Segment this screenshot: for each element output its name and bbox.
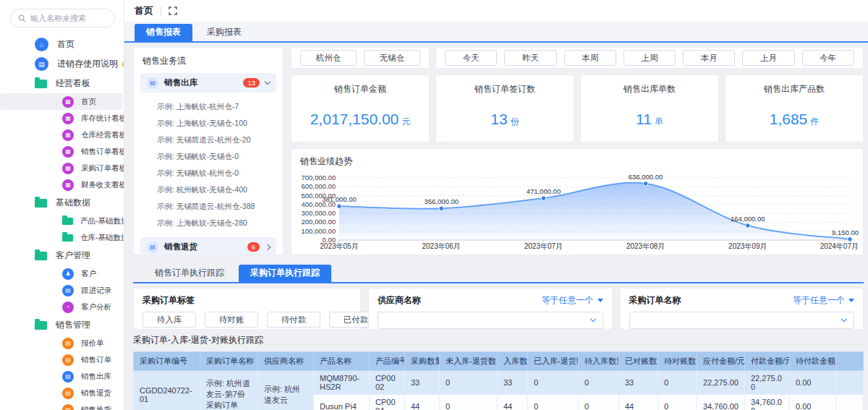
table-column-header: 入库数量 — [498, 352, 528, 371]
y-tick-label: 700,000.00 — [301, 174, 336, 181]
sidebar-item-label: 客户分析 — [81, 302, 111, 312]
supplier-operator-link[interactable]: 等于任意一个 — [542, 294, 603, 307]
report-right-column: 杭州仓无锡仓 今天昨天本周上周本月上月今年 销售订单金额 2,017,150.0… — [291, 47, 864, 255]
table-cell: Dusun Pi4 — [314, 395, 370, 410]
flow-section-sales-returns[interactable]: ▤ 销售退货 6 — [140, 237, 276, 255]
sidebar-item-warehouse-board[interactable]: ▦ 仓库经营看板 — [0, 127, 124, 143]
sidebar-item-home[interactable]: ⌂ 首页 — [0, 35, 124, 54]
report-row: 销售业务流 ▤ 销售出库 13 示例: 上海帆软-杭州仓-7 示例: 上海帆软-… — [133, 47, 864, 255]
search-input[interactable]: 输入名称来搜索 — [10, 9, 115, 27]
flow-item[interactable]: 示例: 上海帆软-无锡仓-280 — [157, 215, 277, 231]
flow-item[interactable]: 示例: 上海帆软-无锡仓-100 — [157, 115, 277, 132]
tab-purchase-report[interactable]: 采购报表 — [195, 24, 253, 41]
flow-item[interactable]: 示例: 无锡简道云-杭州仓-388 — [157, 198, 277, 215]
filter-button-row: 杭州仓无锡仓 今天昨天本周上周本月上月今年 — [291, 47, 864, 69]
sidebar-item-board-home[interactable]: ▦ 首页 — [0, 93, 122, 110]
sidebar-item-label: 客户管理 — [56, 249, 90, 262]
flow-section-sales-outbound[interactable]: ▤ 销售出库 13 — [140, 73, 276, 93]
tab-sales-report[interactable]: 销售报表 — [135, 24, 192, 41]
sidebar-item-warehouse-base-data[interactable]: 仓库-基础数据 — [0, 229, 124, 246]
sidebar-item-manual[interactable]: ▤ 进销存使用说明 — [0, 54, 124, 74]
sidebar-item-product-base-data[interactable]: 产品-基础数据 — [0, 213, 124, 229]
table-column-header: 付款金额/元 — [745, 352, 790, 371]
supplier-filter: 供应商名称 等于任意一个 — [368, 288, 613, 330]
dashboard-icon: ▦ — [62, 129, 74, 141]
purchase-order-operator-link[interactable]: 等于任意一个 — [793, 294, 854, 307]
dashboard-icon: ▦ — [62, 163, 74, 174]
table-column-header: 待对账数量 — [658, 352, 697, 371]
date-range-button[interactable]: 昨天 — [504, 50, 556, 66]
table-cell: MQM8790-HS2R — [314, 371, 370, 395]
purchase-order-select[interactable] — [629, 312, 855, 329]
table-cell: 0 — [440, 371, 498, 395]
dashboard-icon: ▦ — [62, 113, 74, 124]
chart-title: 销售业绩趋势 — [292, 149, 863, 168]
chevron-down-icon — [265, 79, 271, 85]
point-label: 356,000.00 — [424, 197, 459, 205]
date-range-button[interactable]: 今天 — [445, 50, 497, 66]
flow-section-label: 销售退货 — [164, 242, 242, 252]
sidebar-item-label: 销售换货 — [81, 405, 111, 410]
flow-section-label: 销售出库 — [164, 77, 237, 88]
flow-item[interactable]: 示例: 无锡帆软-无锡仓-0 — [157, 148, 277, 165]
sidebar-item-followup-records[interactable]: ▤ 跟进记录 — [0, 282, 124, 299]
sidebar-item-sales-returns[interactable]: ▤ 销售退货 — [0, 385, 124, 401]
sidebar-item-sales-exchanges[interactable]: ▤ 销售换货 — [0, 401, 124, 410]
purchase-order-filter-label: 采购订单名称 — [629, 294, 681, 307]
sales-trend-chart: 0.00100,000.00200,000.00300,000.00400,00… — [292, 168, 861, 252]
sales-order-icon: ▤ — [62, 354, 74, 366]
sidebar-item-customer-mgmt[interactable]: 客户管理 — [0, 246, 124, 265]
tab-purchase-order-tracking[interactable]: 采购订单执行跟踪 — [239, 265, 331, 282]
sidebar-item-label: 仓库经营看板 — [81, 130, 124, 140]
warehouse-button[interactable]: 杭州仓 — [300, 50, 357, 66]
sidebar-item-business-boards[interactable]: 经营看板 — [0, 74, 124, 93]
flow-item[interactable]: 示例: 无锡帆软-杭州仓-0 — [157, 165, 277, 181]
date-range-button[interactable]: 上周 — [624, 50, 676, 66]
sidebar-item-base-data[interactable]: 基础数据 — [0, 193, 124, 213]
stat-unit: 元 — [401, 116, 410, 127]
sidebar-item-inventory-stats-board[interactable]: ▦ 库存统计看板 — [0, 110, 124, 127]
sidebar-item-sales-outbound[interactable]: ▤ 销售出库 — [0, 368, 124, 385]
order-tag-button[interactable]: 待对账 — [205, 312, 258, 328]
date-range-button[interactable]: 上月 — [742, 50, 794, 66]
table-cell-empty — [836, 371, 864, 395]
sidebar-item-quotations[interactable]: ▤ 报价单 — [0, 335, 124, 351]
stat-cards: 销售订单金额 2,017,150.00元 销售订单签订数 13份 销售出库单数 — [291, 74, 864, 142]
sidebar-item-purchase-order-board[interactable]: ▦ 采购订单看板 — [0, 160, 124, 176]
table-column-header: 产品编号 — [370, 352, 405, 371]
table-column-header: 供应商名称 — [258, 352, 314, 371]
sidebar-item-customers[interactable]: ♟ 客户 — [0, 265, 124, 282]
flow-item[interactable]: 示例: 上海帆软-杭州仓-7 — [157, 98, 277, 115]
date-range-button[interactable]: 今年 — [802, 50, 854, 66]
sidebar-item-customer-analysis[interactable]: ◔ 客户分析 — [0, 299, 124, 315]
order-tag-button[interactable]: 待入库 — [142, 312, 196, 328]
table-row[interactable]: CGDD240722-01示例: 杭州道友云-第7份采购订单示例: 杭州道友云M… — [134, 371, 864, 395]
sidebar-item-sales-orders[interactable]: ▤ 销售订单 — [0, 351, 124, 368]
flow-item[interactable]: 示例: 无锡简道云-杭州仓-20 — [157, 132, 277, 148]
date-range-button[interactable]: 本周 — [564, 50, 616, 66]
supplier-select[interactable] — [378, 312, 603, 329]
sidebar-item-label: 首页 — [57, 38, 75, 51]
sales-return-icon: ▤ — [147, 242, 158, 253]
fullscreen-icon[interactable] — [169, 7, 177, 15]
table-cell: 44 — [405, 395, 440, 410]
sidebar-item-sales-mgmt[interactable]: 销售管理 — [0, 315, 124, 335]
date-range-button[interactable]: 本月 — [683, 50, 735, 66]
sidebar-item-sales-order-board[interactable]: ▦ 销售订单看板 — [0, 143, 124, 160]
x-tick-label: 2024年07月 — [820, 242, 859, 250]
table-cell: 44 — [498, 395, 528, 410]
order-tag-button[interactable]: 待付款 — [267, 312, 320, 328]
point-label: 471,000.00 — [527, 187, 561, 195]
table-column-header: 待付款金额/元 — [790, 352, 836, 371]
tracking-filters: 采购订单标签 待入库待对账待付款已付款 供应商名称 等于任意一个 — [133, 288, 864, 330]
tab-sales-order-tracking[interactable]: 销售订单执行跟踪 — [143, 265, 236, 282]
search-placeholder: 输入名称来搜索 — [30, 13, 86, 24]
table-column-header: 待入库数量 — [579, 352, 619, 371]
flow-item[interactable]: 示例: 杭州帆软-无锡仓-400 — [157, 181, 277, 198]
purchase-tracking-table: 采购订单编号采购订单名称供应商名称产品名称产品编号采购数量未入库-退货数量入库数… — [133, 351, 864, 410]
folder-icon — [62, 218, 73, 225]
sidebar-item-finance-board[interactable]: ▦ 财务收支看板 — [0, 176, 124, 193]
sales-outbound-icon: ▤ — [62, 371, 74, 383]
warehouse-button[interactable]: 无锡仓 — [364, 50, 420, 66]
data-point — [643, 181, 647, 186]
